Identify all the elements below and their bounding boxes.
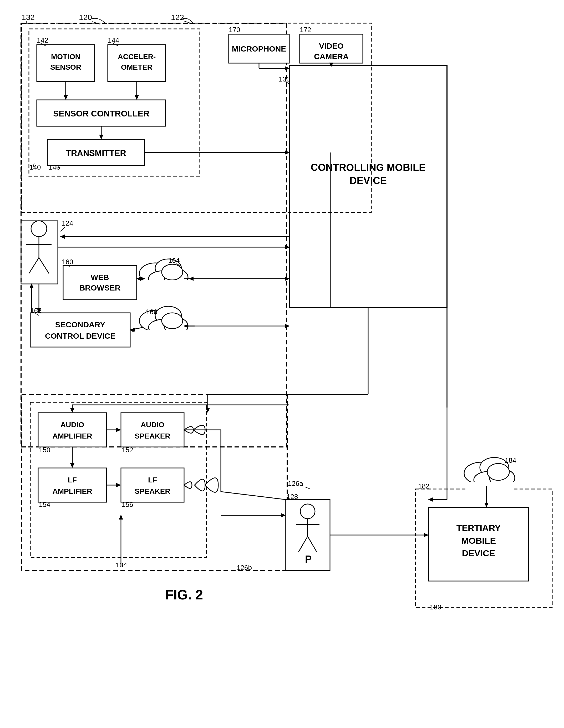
motion-sensor-label2: SENSOR xyxy=(50,63,81,71)
lf-spk-label2: SPEAKER xyxy=(135,487,170,495)
ref-142: 142 xyxy=(37,36,48,44)
svg-rect-81 xyxy=(121,413,184,447)
lf-amp-label: LF xyxy=(68,476,77,484)
ref-172: 172 xyxy=(300,26,311,34)
ref-170: 170 xyxy=(229,26,240,34)
svg-rect-21 xyxy=(289,66,447,308)
svg-point-98 xyxy=(300,504,315,519)
ctrl-mobile-label2: DEVICE xyxy=(349,175,387,186)
ref-154: 154 xyxy=(39,501,50,508)
svg-rect-110 xyxy=(465,482,514,490)
diagram: MOTION SENSOR ACCELER- OMETER SENSOR CON… xyxy=(0,0,564,728)
ref-180: 180 xyxy=(430,603,441,611)
ref-128: 128 xyxy=(287,493,298,501)
svg-rect-50 xyxy=(143,280,189,288)
ref-160: 160 xyxy=(62,258,73,266)
svg-rect-59 xyxy=(30,313,130,347)
tertiary-label3: DEVICE xyxy=(462,548,495,558)
svg-rect-80 xyxy=(38,413,106,447)
secondary-ctrl-label: SECONDARY xyxy=(55,320,105,329)
audio-spk-label2: SPEAKER xyxy=(135,432,170,440)
microphone-label: MICROPHONE xyxy=(232,44,286,53)
ref-120: 120 xyxy=(79,13,92,22)
fig-label: FIG. 2 xyxy=(165,587,203,602)
svg-point-109 xyxy=(487,464,509,480)
ref-126b: 126b xyxy=(237,564,252,572)
lf-spk-label: LF xyxy=(148,476,157,484)
ref-150: 150 xyxy=(39,446,50,454)
web-browser-label2: BROWSER xyxy=(79,283,121,292)
accel-label: ACCELER- xyxy=(118,53,156,61)
person-p-label: P xyxy=(305,554,312,565)
tertiary-label2: MOBILE xyxy=(461,536,496,546)
ctrl-mobile-label: CONTROLLING MOBILE xyxy=(311,162,426,173)
secondary-ctrl-label2: CONTROL DEVICE xyxy=(45,332,115,340)
svg-rect-43 xyxy=(63,266,137,300)
ref-184: 184 xyxy=(505,456,516,464)
accel-label2: OMETER xyxy=(121,63,153,71)
svg-point-49 xyxy=(162,264,183,280)
audio-spk-label: AUDIO xyxy=(141,421,164,429)
web-browser-label: WEB xyxy=(91,273,109,282)
svg-rect-84 xyxy=(38,468,106,502)
ref-140: 140 xyxy=(29,163,41,171)
ref-122: 122 xyxy=(171,13,184,22)
ref-182: 182 xyxy=(418,482,429,490)
ref-132: 132 xyxy=(22,13,35,22)
lf-amp-label2: AMPLIFIER xyxy=(53,487,92,495)
ref-152: 152 xyxy=(122,446,133,454)
ref-130: 130 xyxy=(279,75,290,83)
motion-sensor-label: MOTION xyxy=(51,53,80,61)
ref-146: 146 xyxy=(49,163,60,171)
tertiary-label: TERTIARY xyxy=(456,523,501,533)
sensor-ctrl-label: SENSOR CONTROLLER xyxy=(53,109,149,118)
ref-134: 134 xyxy=(116,561,127,569)
svg-point-32 xyxy=(31,221,47,237)
ref-126a: 126a xyxy=(288,480,303,487)
svg-point-69 xyxy=(162,313,183,329)
video-label: VIDEO xyxy=(319,42,343,50)
ref-156: 156 xyxy=(122,501,133,508)
svg-rect-70 xyxy=(143,330,189,338)
ref-166: 166 xyxy=(146,308,157,316)
svg-rect-85 xyxy=(121,468,184,502)
audio-amp-label: AUDIO xyxy=(60,421,84,429)
video-label2: CAMERA xyxy=(314,52,349,61)
ref-144: 144 xyxy=(108,36,119,44)
transmitter-label: TRANSMITTER xyxy=(66,148,126,158)
ref-124: 124 xyxy=(62,219,73,227)
audio-amp-label2: AMPLIFIER xyxy=(53,432,92,440)
ref-164: 164 xyxy=(168,257,180,264)
